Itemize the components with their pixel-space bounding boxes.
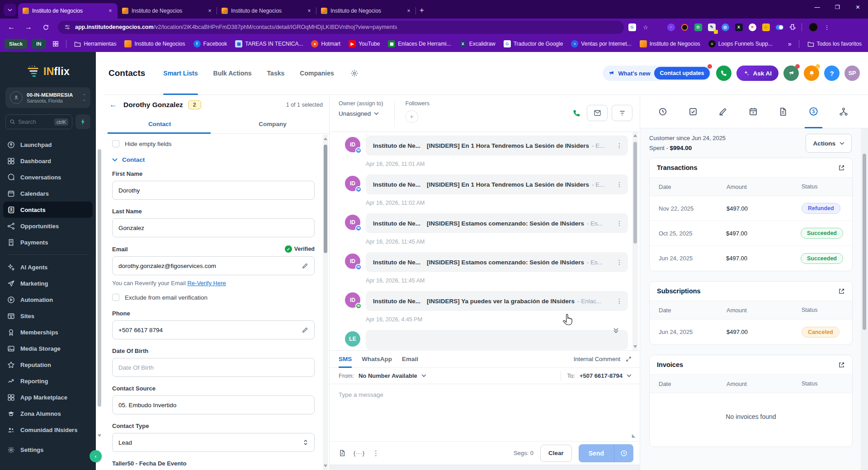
to-select[interactable]: +507 6617-8794 <box>580 372 632 379</box>
owner-block[interactable]: Owner (assign to) Unassigned <box>339 100 383 132</box>
contact-type-select[interactable]: Lead <box>112 433 315 452</box>
bookmark-instituto[interactable]: Instituto de Negocios <box>124 40 185 47</box>
browser-tab[interactable]: Instituto de Negocios × <box>217 3 316 19</box>
custom-values-icon[interactable]: {···} <box>354 450 365 456</box>
message-item[interactable]: Instituto de Ne... [INSIDERS] Estamos co… <box>366 213 628 233</box>
bookmark-youtube[interactable]: ▶YouTube <box>349 40 380 47</box>
extension-toggle-icon[interactable] <box>774 22 785 33</box>
message-item[interactable]: Instituto de Ne... [INSIDERS] Ya puedes … <box>366 291 628 311</box>
payments-tab-icon[interactable]: $ <box>809 95 818 128</box>
external-link-icon[interactable] <box>838 164 845 171</box>
email-field[interactable] <box>118 263 302 269</box>
translate-icon[interactable]: G <box>627 22 637 33</box>
tab-tasks[interactable]: Tasks <box>267 52 285 95</box>
quick-actions-button[interactable] <box>75 114 90 129</box>
associations-icon[interactable] <box>839 95 848 128</box>
contact-panel-scrollbar[interactable] <box>323 135 328 470</box>
message-menu-icon[interactable]: ⋮ <box>613 297 623 305</box>
add-follower-button[interactable]: + <box>406 110 418 123</box>
maximize-button[interactable]: ❐ <box>827 0 848 14</box>
scrollbar-thumb[interactable] <box>98 149 101 407</box>
table-row[interactable]: Oct 25, 2025 $497.00 Succeeded <box>650 221 852 246</box>
sidebar-item-ai-agents[interactable]: AI Agents <box>0 259 96 275</box>
contact-source-field[interactable] <box>118 402 308 409</box>
dob-field[interactable] <box>118 364 308 371</box>
internal-comment-label[interactable]: Internal Comment <box>574 356 620 362</box>
browser-menu-icon[interactable]: ⋮ <box>821 22 832 33</box>
extension-tag-icon[interactable]: ◎ <box>720 22 731 33</box>
sidebar-scrollbar[interactable]: ‹ <box>96 52 103 470</box>
bookmark-excalidraw[interactable]: XExcalidraw <box>459 40 495 47</box>
collapse-icon[interactable] <box>626 356 632 362</box>
browser-tab[interactable]: Instituto de Negocios × <box>18 3 118 19</box>
sidebar-item-marketing[interactable]: Marketing <box>0 275 96 291</box>
minimize-button[interactable]: — <box>807 0 827 14</box>
apps-grid-icon[interactable] <box>52 41 59 47</box>
composer-tab-whatsapp[interactable]: WhatsApp <box>362 351 392 368</box>
email-button[interactable] <box>587 105 608 121</box>
all-favorites[interactable]: Todos los favoritos <box>807 41 862 47</box>
tab-close-icon[interactable]: × <box>107 7 114 14</box>
sidebar-item-opportunities[interactable]: Opportunities <box>0 218 96 234</box>
edit-pencil-icon[interactable] <box>302 327 308 334</box>
table-row[interactable]: Jun 24, 2025 $497.00 Canceled <box>650 320 852 344</box>
sidebar-item-contacts[interactable]: Contacts <box>3 202 93 218</box>
resize-handle[interactable]: ◢ <box>632 434 637 438</box>
owner-value[interactable]: Unassigned <box>339 110 383 117</box>
sidebar-item-launchpad[interactable]: Launchpad <box>0 136 96 153</box>
table-row[interactable]: Nov 22, 2025 $497.00 Refunded <box>650 196 852 221</box>
bookmark-tareas[interactable]: ▤TAREAS IN TECNICA... <box>235 40 303 47</box>
send-button-group[interactable]: Send <box>579 444 633 462</box>
tab-companies[interactable]: Companies <box>300 52 334 95</box>
message-item[interactable] <box>366 330 628 350</box>
scrollbar-thumb[interactable] <box>324 145 327 253</box>
message-item[interactable]: Instituto de Ne... [INSIDERS] En 1 Hora … <box>366 174 628 194</box>
announcements-button[interactable] <box>783 66 799 81</box>
browser-tab[interactable]: Instituto de Negocios × <box>316 3 416 19</box>
sidebar-item-payments[interactable]: Payments <box>0 234 96 250</box>
new-tab-button[interactable]: + <box>420 6 424 15</box>
edit-pencil-icon[interactable] <box>302 263 308 269</box>
scrollbar-thumb[interactable] <box>863 154 866 330</box>
reverify-link[interactable]: Re-Verify Here <box>187 280 226 287</box>
message-menu-icon[interactable]: ⋮ <box>613 220 623 227</box>
external-link-icon[interactable] <box>838 288 845 295</box>
location-switcher[interactable]: 00-IN-MEMBRESIA Sarasota, Florida ⌃⌄ <box>5 87 90 108</box>
more-options-icon[interactable]: ⋮ <box>373 449 379 457</box>
sidebar-item-dashboard[interactable]: Dashboard <box>0 153 96 169</box>
sidebar-item-app-marketplace[interactable]: App Marketplace <box>0 389 96 405</box>
back-arrow-icon[interactable]: ← <box>109 100 117 109</box>
sidebar-item-settings[interactable]: Settings <box>0 442 96 458</box>
tab-smart-lists[interactable]: Smart Lists <box>163 52 198 95</box>
user-avatar[interactable]: SP <box>844 66 860 81</box>
clear-button[interactable]: Clear <box>540 445 572 462</box>
bookmark-star-icon[interactable]: ☆ <box>640 22 651 33</box>
bookmark-traductor[interactable]: GTraductor de Google <box>504 40 563 47</box>
send-button[interactable]: Send <box>579 450 614 457</box>
sidebar-search[interactable]: ctrlK <box>5 114 72 129</box>
help-button[interactable]: ? <box>824 66 840 81</box>
sidebar-item-media-storage[interactable]: Media Storage <box>0 340 96 357</box>
sidebar-item-calendars[interactable]: Calendars <box>0 185 96 202</box>
bookmark-facebook[interactable]: fFacebook <box>193 40 227 47</box>
tasks-icon[interactable] <box>689 95 698 128</box>
sidebar-item-conversations[interactable]: Conversations <box>0 169 96 185</box>
composer-tab-sms[interactable]: SMS <box>339 351 352 368</box>
scroll-down-icon[interactable] <box>98 434 101 437</box>
last-name-field[interactable] <box>118 225 308 231</box>
tab-company[interactable]: Company <box>216 115 329 133</box>
extension-dino-icon[interactable]: D <box>693 22 703 33</box>
message-item[interactable]: Instituto de Ne... [INSIDERS] Estamos co… <box>366 252 628 272</box>
sidebar-item-sites[interactable]: Sites <box>0 308 96 324</box>
call-icon[interactable] <box>572 109 581 118</box>
extensions-puzzle-icon[interactable] <box>788 22 798 33</box>
profile-avatar[interactable] <box>808 22 819 33</box>
whats-new-control[interactable]: What's new Contact updates <box>603 66 712 81</box>
message-menu-icon[interactable]: ⋮ <box>613 181 623 188</box>
templates-icon[interactable] <box>339 449 346 457</box>
table-row[interactable]: Jun 24, 2025 $497.00 Succeeded <box>650 246 852 271</box>
tab-close-icon[interactable]: × <box>306 7 313 14</box>
scrollbar-thumb[interactable] <box>633 142 637 244</box>
extension-grid-icon[interactable]: ∴ <box>760 22 771 33</box>
bookmark-loops[interactable]: ≡Loops Funnels Supp... <box>708 40 773 47</box>
